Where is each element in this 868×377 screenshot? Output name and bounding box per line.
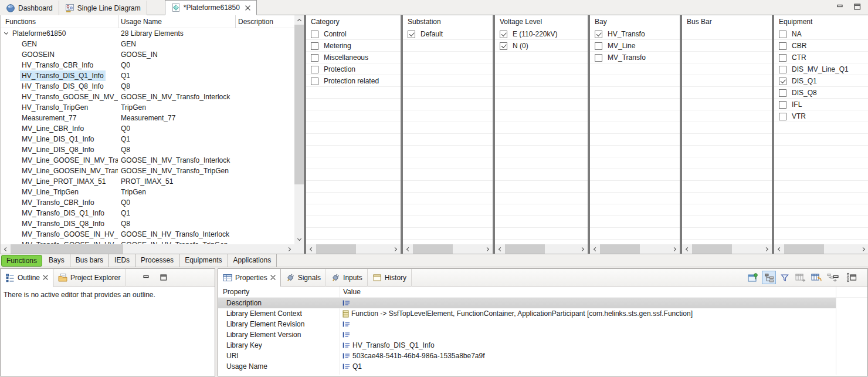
tree-row[interactable]: MV_Line_DIS_Q8_InfoQ8 — [1, 144, 294, 155]
checkbox[interactable] — [500, 42, 507, 50]
filter-item-na[interactable]: NA — [774, 28, 868, 40]
checkbox[interactable] — [311, 78, 318, 85]
filter-panel-title[interactable]: Category — [306, 15, 401, 28]
bottom-tab-bus-bars[interactable]: Bus bars — [70, 254, 109, 267]
filter-item-ifl[interactable]: IFL — [774, 99, 868, 110]
scroll-left-button[interactable] — [403, 244, 412, 254]
horizontal-scrollbar[interactable] — [306, 244, 401, 254]
checkbox[interactable] — [779, 101, 786, 109]
scroll-left-button[interactable] — [1, 244, 10, 254]
filter-item-dis-q1[interactable]: DIS_Q1 — [774, 75, 868, 87]
scroll-left-button[interactable] — [495, 244, 504, 254]
scrollbar-thumb[interactable] — [692, 244, 732, 254]
view-tab-outline[interactable]: Outline — [1, 269, 53, 287]
scroll-right-button[interactable] — [670, 244, 680, 254]
filter-item-control[interactable]: Control — [306, 28, 401, 40]
view-tab-inputs[interactable]: Inputs — [326, 269, 368, 287]
scroll-up-button[interactable] — [294, 15, 304, 25]
property-row-library-element-version[interactable]: Library Element Version — [218, 329, 836, 340]
checkbox[interactable] — [779, 54, 786, 62]
close-icon[interactable] — [245, 5, 250, 11]
filter-item-mv-line[interactable]: MV_Line — [590, 40, 680, 52]
filter-panel-title[interactable]: Bay — [590, 15, 680, 28]
scrollbar-thumb[interactable] — [294, 25, 304, 184]
horizontal-scrollbar[interactable] — [774, 244, 868, 254]
tree-row[interactable]: MV_Transfo_GOOSE_IN_HV_TraGOOSE_IN_HV_Tr… — [1, 229, 294, 240]
filter-panel-title[interactable]: Bus Bar — [682, 15, 772, 28]
filter-panel-title[interactable]: Substation — [403, 15, 493, 28]
scrollbar-thumb[interactable] — [11, 244, 123, 254]
bottom-tab-functions[interactable]: Functions — [1, 255, 42, 267]
view-tab-signals[interactable]: Signals — [281, 269, 326, 287]
filter-item-ctr[interactable]: CTR — [774, 52, 868, 63]
tree-row-root[interactable]: Plateforme6185028 Library Elements — [1, 28, 294, 39]
scroll-right-button[interactable] — [762, 244, 772, 254]
tree-row[interactable]: MV_Line_GOOSEIN_MV_TransfoGOOSE_IN_MV_Tr… — [1, 166, 294, 176]
scrollbar-thumb[interactable] — [413, 244, 453, 254]
tree-row[interactable]: MV_Transfo_DIS_Q1_InfoQ1 — [1, 208, 294, 218]
maximize-icon[interactable] — [160, 274, 167, 281]
checkbox[interactable] — [779, 66, 786, 73]
scroll-right-button[interactable] — [483, 244, 493, 254]
tree-row[interactable]: MV_Line_GOOSE_IN_MV_TransfGOOSE_IN_MV_Tr… — [1, 155, 294, 166]
scroll-down-button[interactable] — [294, 235, 304, 244]
filter-panel-title[interactable]: Equipment — [774, 15, 868, 28]
property-row-usage-name[interactable]: Usage Name Q1 — [218, 361, 836, 372]
property-row-uri[interactable]: URI 503cae48-541b-46b4-986a-1535a8be7a9f — [218, 351, 836, 361]
checkbox[interactable] — [311, 66, 318, 73]
toolbar-button-pin-view[interactable] — [746, 271, 760, 284]
filter-item-protection-related[interactable]: Protection related — [306, 75, 401, 87]
tree-row[interactable]: MV_Line_CBR_InfoQ0 — [1, 123, 294, 134]
filter-item-miscellaneous[interactable]: Miscellaneous — [306, 52, 401, 63]
scroll-left-button[interactable] — [590, 244, 599, 254]
checkbox[interactable] — [311, 42, 318, 50]
bottom-tab-equipments[interactable]: Equipments — [179, 254, 228, 267]
checkbox[interactable] — [779, 42, 786, 50]
tree-row[interactable]: MV_Transfo_DIS_Q8_InfoQ8 — [1, 218, 294, 229]
horizontal-scrollbar[interactable] — [1, 244, 294, 254]
bottom-tab-ieds[interactable]: IEDs — [109, 254, 135, 267]
filter-item-dis-q8[interactable]: DIS_Q8 — [774, 87, 868, 99]
tree-row[interactable]: MV_Line_TripGenTripGen — [1, 187, 294, 197]
property-row-library-key[interactable]: Library Key HV_Transfo_DIS_Q1_Info — [218, 340, 836, 351]
column-header-property[interactable]: Property — [218, 288, 249, 296]
editor-tab-dashboard[interactable]: Dashboard — [0, 1, 59, 15]
scroll-left-button[interactable] — [774, 244, 784, 254]
scrollbar-thumb[interactable] — [505, 244, 545, 254]
scrollbar-thumb[interactable] — [784, 244, 824, 254]
tree-row[interactable]: MV_Line_DIS_Q1_InfoQ1 — [1, 134, 294, 144]
scroll-right-button[interactable] — [578, 244, 588, 254]
scroll-left-button[interactable] — [682, 244, 691, 254]
editor-tab-single-line-diagram[interactable]: Single Line Diagram — [59, 1, 147, 15]
vertical-scrollbar[interactable] — [294, 15, 304, 244]
close-icon[interactable] — [43, 274, 48, 282]
tree-row[interactable]: GOOSEINGOOSE_IN — [1, 49, 294, 60]
tree-row[interactable]: Measurement_77Measurement_77 — [1, 113, 294, 123]
filter-item-vtr[interactable]: VTR — [774, 110, 868, 122]
filter-item-dis-mv-line-q1[interactable]: DIS_MV_Line_Q1 — [774, 63, 868, 75]
filter-item-cbr[interactable]: CBR — [774, 40, 868, 52]
toolbar-button-table-restore[interactable] — [809, 271, 823, 284]
column-header-description[interactable]: Description — [233, 15, 273, 28]
bottom-tab-bays[interactable]: Bays — [43, 254, 70, 267]
minimize-icon[interactable] — [837, 4, 843, 10]
filter-panel-title[interactable]: Voltage Level — [495, 15, 588, 28]
filter-item-protection[interactable]: Protection — [306, 63, 401, 75]
bottom-tab-applications[interactable]: Applications — [228, 254, 277, 267]
filter-item-default[interactable]: Default — [403, 28, 493, 40]
checkbox[interactable] — [311, 54, 318, 62]
scroll-left-button[interactable] — [306, 244, 316, 254]
filter-item-hv-transfo[interactable]: HV_Transfo — [590, 28, 680, 40]
view-tab-properties[interactable]: Properties — [218, 269, 281, 287]
filter-item-metering[interactable]: Metering — [306, 40, 401, 52]
checkbox[interactable] — [408, 31, 415, 38]
maximize-icon[interactable] — [854, 4, 861, 10]
scrollbar-thumb[interactable] — [316, 244, 356, 254]
checkbox[interactable] — [595, 31, 602, 38]
tree-row-clipped[interactable]: MV_Transfo_GOOSE_IN_HV_TrGOOSE_IN_HV_Tra… — [1, 240, 294, 244]
checkbox[interactable] — [595, 54, 602, 62]
scroll-right-button[interactable] — [285, 244, 294, 254]
bottom-tab-processes[interactable]: Processes — [135, 254, 179, 267]
maximize-icon[interactable] — [850, 274, 857, 281]
column-header-usage-name[interactable]: Usage Name — [116, 15, 162, 28]
